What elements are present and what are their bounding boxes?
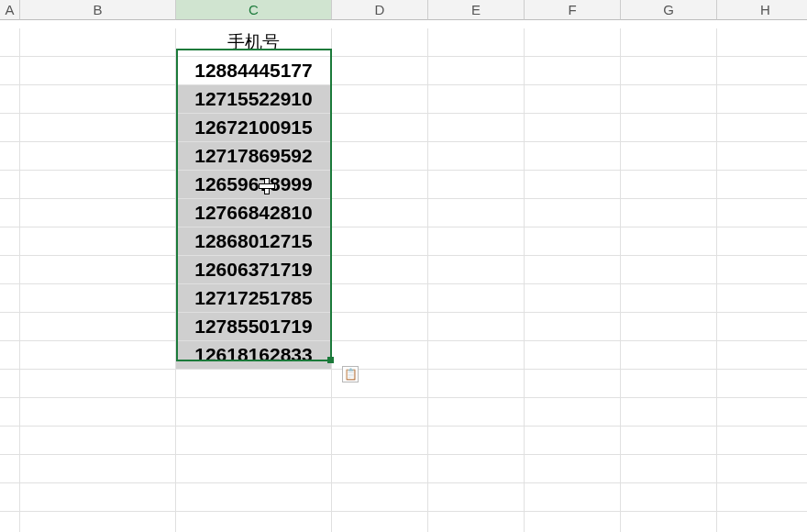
cell-C15[interactable]	[176, 427, 332, 455]
cell-B12[interactable]	[20, 341, 176, 370]
spreadsheet-grid[interactable]: ABCDEFGH手机号12884445177127155229101267210…	[0, 0, 807, 532]
cell-E12[interactable]	[428, 341, 525, 370]
cell-G4[interactable]	[621, 114, 717, 142]
cell-C17[interactable]	[176, 483, 332, 512]
cell-C11[interactable]: 12785501719	[176, 313, 332, 341]
cell-E6[interactable]	[428, 171, 525, 199]
cell-C3[interactable]: 12715522910	[176, 85, 332, 114]
cell-B13[interactable]	[20, 370, 176, 398]
cell-E16[interactable]	[428, 455, 525, 483]
cell-H9[interactable]	[717, 256, 807, 284]
cell-D15[interactable]	[332, 427, 428, 455]
cell-D1[interactable]	[332, 28, 428, 57]
cell-D9[interactable]	[332, 256, 428, 284]
cell-D11[interactable]	[332, 313, 428, 341]
cell-G13[interactable]	[621, 370, 717, 398]
cell-H1[interactable]	[717, 28, 807, 57]
cell-G11[interactable]	[621, 313, 717, 341]
cell-F3[interactable]	[525, 85, 621, 114]
cell-G12[interactable]	[621, 341, 717, 370]
cell-F10[interactable]	[525, 284, 621, 313]
cell-D7[interactable]	[332, 199, 428, 227]
cell-A16[interactable]	[0, 455, 20, 483]
cell-G3[interactable]	[621, 85, 717, 114]
cell-D2[interactable]	[332, 57, 428, 85]
cell-D16[interactable]	[332, 455, 428, 483]
cell-A7[interactable]	[0, 199, 20, 227]
cell-F18[interactable]	[525, 512, 621, 532]
cell-H16[interactable]	[717, 455, 807, 483]
cell-A13[interactable]	[0, 370, 20, 398]
cell-F17[interactable]	[525, 483, 621, 512]
cell-B11[interactable]	[20, 313, 176, 341]
cell-E2[interactable]	[428, 57, 525, 85]
cell-C1[interactable]: 手机号	[176, 28, 332, 57]
cell-F15[interactable]	[525, 427, 621, 455]
cell-E10[interactable]	[428, 284, 525, 313]
cell-B5[interactable]	[20, 142, 176, 171]
cell-G6[interactable]	[621, 171, 717, 199]
cell-B18[interactable]	[20, 512, 176, 532]
cell-D10[interactable]	[332, 284, 428, 313]
cell-G9[interactable]	[621, 256, 717, 284]
cell-G7[interactable]	[621, 199, 717, 227]
column-header-B[interactable]: B	[20, 0, 176, 20]
cell-D3[interactable]	[332, 85, 428, 114]
cell-H13[interactable]	[717, 370, 807, 398]
cell-H7[interactable]	[717, 199, 807, 227]
cell-B8[interactable]	[20, 227, 176, 256]
cell-C9[interactable]: 12606371719	[176, 256, 332, 284]
cell-D18[interactable]	[332, 512, 428, 532]
cell-H15[interactable]	[717, 427, 807, 455]
cell-C16[interactable]	[176, 455, 332, 483]
cell-E1[interactable]	[428, 28, 525, 57]
column-header-C[interactable]: C	[176, 0, 332, 20]
cell-H11[interactable]	[717, 313, 807, 341]
cell-A15[interactable]	[0, 427, 20, 455]
cell-G1[interactable]	[621, 28, 717, 57]
cell-H17[interactable]	[717, 483, 807, 512]
cell-D17[interactable]	[332, 483, 428, 512]
cell-C12[interactable]: 12618162833	[176, 341, 332, 370]
cell-H10[interactable]	[717, 284, 807, 313]
cell-H3[interactable]	[717, 85, 807, 114]
cell-A1[interactable]	[0, 28, 20, 57]
cell-E9[interactable]	[428, 256, 525, 284]
cell-A3[interactable]	[0, 85, 20, 114]
cell-F2[interactable]	[525, 57, 621, 85]
cell-B14[interactable]	[20, 398, 176, 427]
cell-D8[interactable]	[332, 227, 428, 256]
cell-H12[interactable]	[717, 341, 807, 370]
cell-B10[interactable]	[20, 284, 176, 313]
cell-A8[interactable]	[0, 227, 20, 256]
cell-B9[interactable]	[20, 256, 176, 284]
cell-E4[interactable]	[428, 114, 525, 142]
cell-C18[interactable]	[176, 512, 332, 532]
cell-H5[interactable]	[717, 142, 807, 171]
cell-E7[interactable]	[428, 199, 525, 227]
column-header-H[interactable]: H	[717, 0, 807, 20]
cell-B16[interactable]	[20, 455, 176, 483]
cell-F8[interactable]	[525, 227, 621, 256]
cell-E13[interactable]	[428, 370, 525, 398]
cell-E14[interactable]	[428, 398, 525, 427]
cell-H4[interactable]	[717, 114, 807, 142]
cell-G17[interactable]	[621, 483, 717, 512]
cell-C5[interactable]: 12717869592	[176, 142, 332, 171]
paste-options-button[interactable]: 📋	[342, 366, 359, 382]
cell-D6[interactable]	[332, 171, 428, 199]
cell-H14[interactable]	[717, 398, 807, 427]
cell-A2[interactable]	[0, 57, 20, 85]
cell-E15[interactable]	[428, 427, 525, 455]
cell-G2[interactable]	[621, 57, 717, 85]
cell-F9[interactable]	[525, 256, 621, 284]
cell-H18[interactable]	[717, 512, 807, 532]
cell-A11[interactable]	[0, 313, 20, 341]
cell-G5[interactable]	[621, 142, 717, 171]
cell-E3[interactable]	[428, 85, 525, 114]
cell-F13[interactable]	[525, 370, 621, 398]
cell-F12[interactable]	[525, 341, 621, 370]
cell-A14[interactable]	[0, 398, 20, 427]
cell-C4[interactable]: 12672100915	[176, 114, 332, 142]
cell-B15[interactable]	[20, 427, 176, 455]
